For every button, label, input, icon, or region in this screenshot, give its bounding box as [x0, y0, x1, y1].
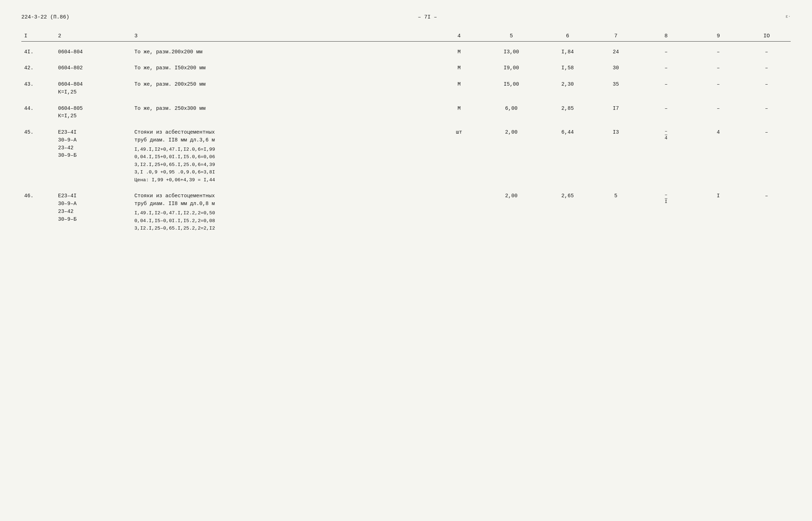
row-desc: То же, разм. I50x200 мм: [132, 63, 437, 74]
doc-number: 224-3-22 (П.86): [21, 14, 69, 20]
row-col6: 6,44: [541, 127, 594, 186]
col-header-5: 5: [481, 31, 541, 42]
col-header-4: 4: [437, 31, 481, 42]
row-col8: –: [638, 47, 694, 58]
row-unit: [437, 190, 481, 234]
row-number: 42.: [21, 63, 55, 74]
row-col8: –4: [638, 127, 694, 186]
row-code: E23–4I 30–9–A 23–42 30–9–Б: [55, 190, 132, 234]
col-header-6: 6: [541, 31, 594, 42]
table-row: 4I.0604–804То же, разм.200x200 ммMI3,00I…: [21, 47, 791, 58]
row-col5: 6,00: [481, 103, 541, 122]
row-col6: 2,85: [541, 103, 594, 122]
row-unit: M: [437, 63, 481, 74]
row-col8: –: [638, 103, 694, 122]
row-col10: –: [742, 63, 791, 74]
table-row: 42.0604–802То же, разм. I50x200 ммMI9,00…: [21, 63, 791, 74]
row-col5: I3,00: [481, 47, 541, 58]
col-header-1: I: [21, 31, 55, 42]
row-col7: I3: [594, 127, 638, 186]
col-header-8: 8: [638, 31, 694, 42]
row-desc: То же, разм. 200x250 мм: [132, 79, 437, 98]
table-row: 45.E23–4I 30–9–A 23–42 30–9–БСтояки из а…: [21, 127, 791, 186]
row-col6: I,58: [541, 63, 594, 74]
row-col8: –: [638, 63, 694, 74]
formula-block: I,49.I,I2–0,47.I,I2.2,2=0,500,04.I,I5–0,…: [134, 209, 434, 232]
row-number: 45.: [21, 127, 55, 186]
row-col9: –: [694, 63, 743, 74]
row-col7: 5: [594, 190, 638, 234]
row-desc: То же, разм.200x200 мм: [132, 47, 437, 58]
row-col6: 2,30: [541, 79, 594, 98]
row-desc: То же, разм. 250x300 мм: [132, 103, 437, 122]
row-col10: –: [742, 47, 791, 58]
row-col10: –: [742, 103, 791, 122]
row-col9: –: [694, 103, 743, 122]
col-header-9: 9: [694, 31, 743, 42]
row-number: 4I.: [21, 47, 55, 58]
row-col9: –: [694, 79, 743, 98]
formula-block: I,49.I,I2+0,47.I,I2.0,6=I,990,04.I,I5+0,…: [134, 146, 434, 184]
row-code: 0604–805 К=I,25: [55, 103, 132, 122]
page-number: – 7I –: [418, 14, 437, 20]
row-code: E23–4I 30–9–A 23–42 30–9–Б: [55, 127, 132, 186]
row-col9: 4: [694, 127, 743, 186]
row-code: 0604–802: [55, 63, 132, 74]
row-unit: шт: [437, 127, 481, 186]
row-number: 46.: [21, 190, 55, 234]
row-col5: 2,00: [481, 190, 541, 234]
row-col7: 30: [594, 63, 638, 74]
row-col10: –: [742, 127, 791, 186]
col-header-7: 7: [594, 31, 638, 42]
row-col5: I9,00: [481, 63, 541, 74]
row-col9: –: [694, 47, 743, 58]
table-row: 43.0604–804 К=I,25То же, разм. 200x250 м…: [21, 79, 791, 98]
row-code: 0604–804: [55, 47, 132, 58]
row-col8: –I: [638, 190, 694, 234]
table-row: 44.0604–805 К=I,25То же, разм. 250x300 м…: [21, 103, 791, 122]
row-col9: I: [694, 190, 743, 234]
row-unit: M: [437, 47, 481, 58]
row-number: 43.: [21, 79, 55, 98]
row-col10: –: [742, 190, 791, 234]
col-header-10: IO: [742, 31, 791, 42]
table-row: 46.E23–4I 30–9–A 23–42 30–9–БСтояки из а…: [21, 190, 791, 234]
row-code: 0604–804 К=I,25: [55, 79, 132, 98]
col-header-3: 3: [132, 31, 437, 42]
row-unit: M: [437, 79, 481, 98]
row-col5: I5,00: [481, 79, 541, 98]
row-col8: –: [638, 79, 694, 98]
row-col7: 24: [594, 47, 638, 58]
row-unit: M: [437, 103, 481, 122]
table-header-row: I 2 3 4 5 6 7 8 9 IO: [21, 31, 791, 42]
row-desc: Стояки из асбестоцементных труб диам. II…: [132, 127, 437, 186]
col-header-2: 2: [55, 31, 132, 42]
corner-mark: ε·: [786, 14, 791, 19]
row-col5: 2,00: [481, 127, 541, 186]
row-col10: –: [742, 79, 791, 98]
row-col6: 2,65: [541, 190, 594, 234]
row-desc: Стояки из асбестоцементных труб диам. II…: [132, 190, 437, 234]
row-col7: 35: [594, 79, 638, 98]
row-number: 44.: [21, 103, 55, 122]
row-col6: I,84: [541, 47, 594, 58]
row-col7: I7: [594, 103, 638, 122]
